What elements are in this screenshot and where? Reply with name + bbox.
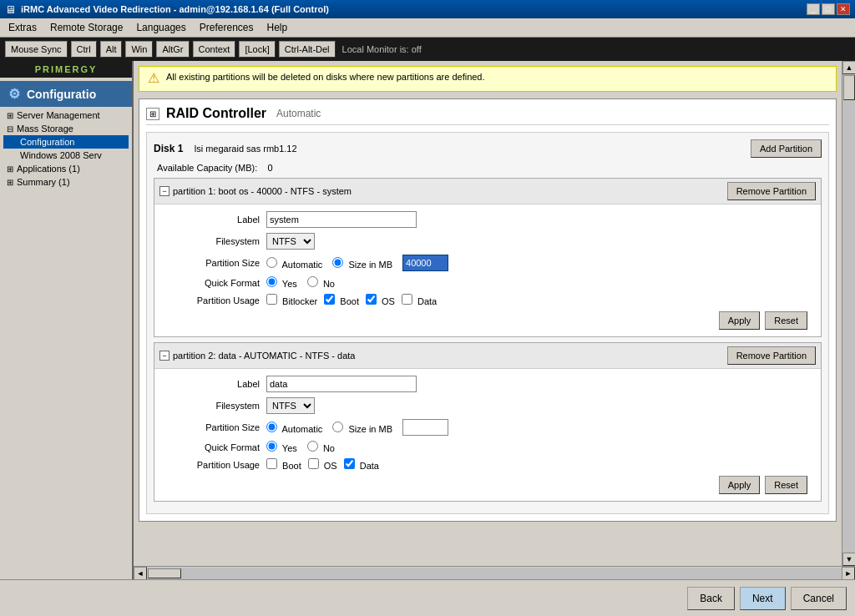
minimize-button[interactable]: _ [807,3,820,15]
partition-1-bitlocker-checkbox[interactable] [266,294,277,305]
partition-2-reset-button[interactable]: Reset [765,476,807,494]
raid-expand-btn[interactable]: ⊞ [146,108,159,120]
config-title: Configuratio [27,88,96,101]
ctrl-alt-del-button[interactable]: Ctrl-Alt-Del [279,41,336,58]
h-scroll-thumb[interactable] [148,568,181,578]
sidebar-item-summary[interactable]: ⊞ Summary (1) [3,175,129,189]
partition-1-boot-label[interactable]: Boot [324,294,359,306]
partition-2-apply-button[interactable]: Apply [719,476,761,494]
scroll-up-arrow[interactable]: ▲ [842,61,855,74]
partition-1-sizeinmb-radio[interactable] [332,257,343,268]
partition-1-automatic-label[interactable]: Automatic [266,257,322,270]
partition-2-size-input[interactable] [402,419,448,436]
window-title: iRMC Advanced Video Redirection - admin@… [21,4,329,14]
partition-2-boot-label[interactable]: Boot [266,458,301,471]
partition-2-boot-checkbox[interactable] [266,458,277,469]
next-button[interactable]: Next [740,587,786,610]
toolbar: Mouse Sync Ctrl Alt Win AltGr Context [L… [0,38,855,61]
sidebar-label-server-management: Server Management [17,110,100,120]
menu-extras[interactable]: Extras [3,20,42,35]
partition-1-filesystem-select[interactable]: NTFS FAT32 EXT3 [266,233,315,250]
partition-2-size-row: Partition Size Automatic Size in MB [168,419,807,436]
partition-2-no-label[interactable]: No [307,441,335,453]
partition-2-os-label[interactable]: OS [308,458,337,471]
partition-1-apply-button[interactable]: Apply [719,311,761,330]
win-button[interactable]: Win [125,41,153,58]
partition-1-automatic-radio[interactable] [266,257,277,268]
partition-1-bitlocker-label[interactable]: Bitlocker [266,294,317,306]
horizontal-scrollbar[interactable]: ◄ ► [134,566,855,579]
partition-1-label-input[interactable] [266,211,417,228]
scroll-down-arrow[interactable]: ▼ [842,553,855,566]
sidebar-item-configuration[interactable]: Configuration [3,135,129,149]
alt-button[interactable]: Alt [100,41,123,58]
warning-icon: ⚠ [148,70,159,86]
sidebar-item-windows[interactable]: Windows 2008 Serv [3,149,129,162]
partition-1-expand-btn[interactable]: − [159,186,169,196]
warning-text: All existing partitions will be deleted … [166,72,485,82]
menu-help[interactable]: Help [262,20,293,35]
sidebar-section: ⊞ Server Management ⊟ Mass Storage Confi… [0,107,132,190]
content-area: ⚠ All existing partitions will be delete… [134,61,842,566]
sidebar-item-server-management[interactable]: ⊞ Server Management [3,109,129,122]
partition-2-sizeinmb-label[interactable]: Size in MB [332,422,392,434]
partition-1-os-label[interactable]: OS [366,294,395,306]
ctrl-button[interactable]: Ctrl [71,41,97,58]
close-button[interactable]: ✕ [837,3,850,15]
partition-1-remove-button[interactable]: Remove Partition [727,182,816,200]
menu-bar: Extras Remote Storage Languages Preferen… [0,18,855,38]
partition-1-yes-label[interactable]: Yes [266,276,297,289]
window-controls[interactable]: _ □ ✕ [807,3,850,15]
partition-1-btn-row: Apply Reset [168,311,807,330]
partition-1-no-label[interactable]: No [307,276,335,289]
menu-preferences[interactable]: Preferences [195,20,259,35]
maximize-button[interactable]: □ [822,3,835,15]
partition-2-remove-button[interactable]: Remove Partition [727,346,816,365]
partition-usage-label: Partition Usage [168,295,260,305]
scroll-left-arrow[interactable]: ◄ [134,567,147,580]
partition-2-automatic-label[interactable]: Automatic [266,422,322,434]
partition-1-sizeinmb-label[interactable]: Size in MB [332,257,392,270]
p2-quick-format-label: Quick Format [168,442,260,452]
scroll-thumb[interactable] [843,75,855,100]
title-bar: 🖥 iRMC Advanced Video Redirection - admi… [0,0,855,18]
partition-1-reset-button[interactable]: Reset [765,311,807,330]
partition-2-yes-radio[interactable] [266,441,277,452]
sidebar-item-applications[interactable]: ⊞ Applications (1) [3,162,129,175]
disk-model: lsi megaraid sas rmb1.12 [195,144,297,154]
partition-2-automatic-radio[interactable] [266,422,277,432]
partition-2-no-radio[interactable] [307,441,318,452]
menu-remote-storage[interactable]: Remote Storage [45,20,128,35]
partition-2-sizeinmb-radio[interactable] [332,422,343,432]
partition-2-expand-btn[interactable]: − [159,351,169,361]
vertical-scrollbar[interactable]: ▲ ▼ [842,61,855,566]
partition-2-data-label[interactable]: Data [344,458,379,471]
partition-2-filesystem-select[interactable]: NTFS FAT32 EXT3 [266,397,315,414]
altgr-button[interactable]: AltGr [156,41,189,58]
partition-2-os-checkbox[interactable] [308,458,319,469]
partition-2-data-checkbox[interactable] [344,458,355,469]
partition-1-boot-checkbox[interactable] [324,294,335,305]
back-button[interactable]: Back [687,587,735,610]
partition-1-yes-radio[interactable] [266,276,277,287]
expand-icon: ⊞ [7,111,13,120]
partition-2-label-input[interactable] [266,376,417,392]
partition-2-usage-group: Boot OS Data [266,458,379,471]
scroll-right-arrow[interactable]: ► [842,567,855,580]
lock-button[interactable]: [Lock] [239,41,275,58]
context-button[interactable]: Context [193,41,236,58]
partition-2-quickformat-row: Quick Format Yes No [168,441,807,453]
menu-languages[interactable]: Languages [131,20,190,35]
partition-1-label-row: Label [168,211,807,228]
partition-1-size-input[interactable] [402,255,448,271]
disk-info: Disk 1 lsi megaraid sas rmb1.12 [154,143,297,154]
partition-1-os-checkbox[interactable] [366,294,377,305]
partition-1-data-label[interactable]: Data [402,294,437,306]
partition-1-no-radio[interactable] [307,276,318,287]
partition-2-yes-label[interactable]: Yes [266,441,297,453]
cancel-button[interactable]: Cancel [791,587,847,610]
add-partition-button[interactable]: Add Partition [751,139,822,158]
partition-1-data-checkbox[interactable] [402,294,412,305]
mouse-sync-button[interactable]: Mouse Sync [5,41,68,58]
sidebar-item-mass-storage[interactable]: ⊟ Mass Storage [3,122,129,135]
